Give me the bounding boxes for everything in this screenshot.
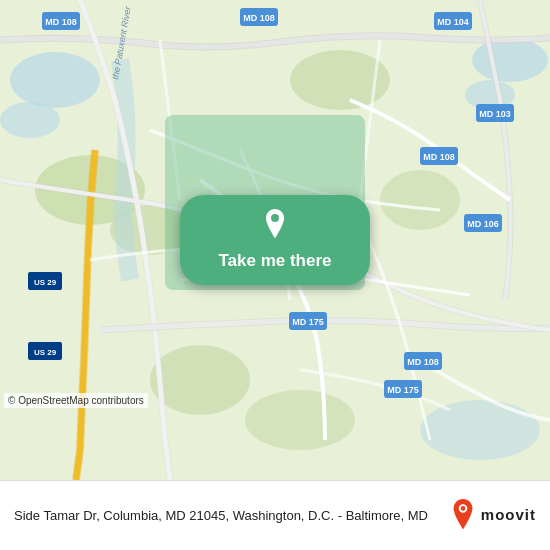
svg-point-36	[271, 214, 279, 222]
address-text: Side Tamar Dr, Columbia, MD 21045, Washi…	[14, 508, 428, 523]
svg-text:MD 103: MD 103	[479, 109, 511, 119]
info-bar: Side Tamar Dr, Columbia, MD 21045, Washi…	[0, 480, 550, 550]
svg-point-3	[472, 38, 548, 82]
svg-point-38	[460, 506, 465, 511]
svg-point-5	[420, 400, 540, 460]
location-pin-icon	[261, 209, 289, 243]
svg-point-2	[0, 102, 60, 138]
svg-text:MD 175: MD 175	[292, 317, 324, 327]
svg-text:US 29: US 29	[34, 348, 57, 357]
svg-point-1	[10, 52, 100, 108]
svg-text:MD 108: MD 108	[407, 357, 439, 367]
moovit-text: moovit	[481, 507, 536, 524]
moovit-pin-icon	[449, 499, 477, 533]
osm-attribution: © OpenStreetMap contributors	[4, 393, 148, 408]
svg-text:MD 104: MD 104	[437, 17, 469, 27]
take-me-there-button[interactable]: Take me there	[180, 195, 370, 285]
button-overlay[interactable]: Take me there	[180, 195, 370, 285]
svg-text:MD 108: MD 108	[243, 13, 275, 23]
svg-point-11	[245, 390, 355, 450]
address-section: Side Tamar Dr, Columbia, MD 21045, Washi…	[14, 506, 437, 525]
svg-text:MD 175: MD 175	[387, 385, 419, 395]
svg-point-9	[380, 170, 460, 230]
take-me-there-label: Take me there	[218, 251, 331, 271]
svg-text:US 29: US 29	[34, 278, 57, 287]
svg-text:MD 108: MD 108	[45, 17, 77, 27]
svg-text:MD 108: MD 108	[423, 152, 455, 162]
map-container: the Patuxent River MD 108 MD 108 MD 104 …	[0, 0, 550, 480]
svg-text:MD 106: MD 106	[467, 219, 499, 229]
moovit-logo: moovit	[449, 499, 536, 533]
